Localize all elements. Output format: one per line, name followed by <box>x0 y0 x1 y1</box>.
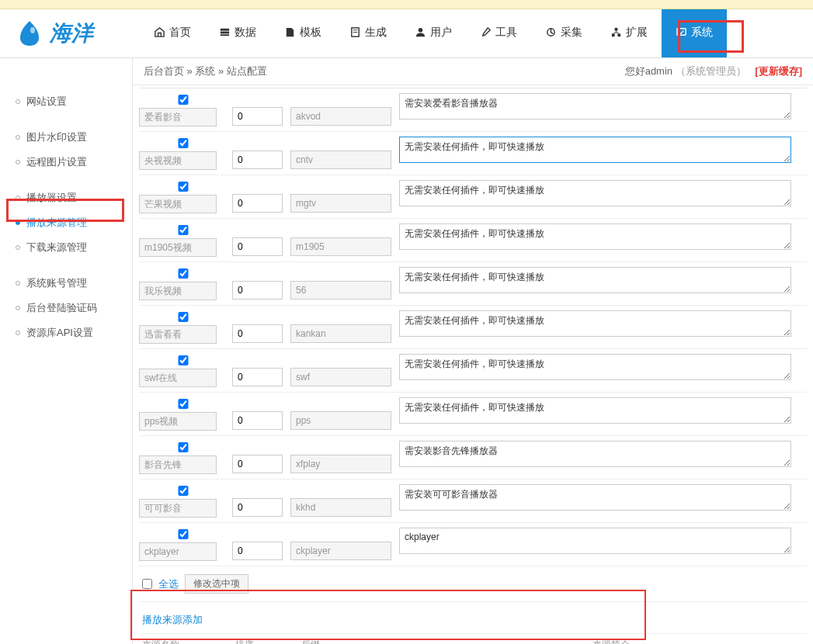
bullet-icon <box>16 245 20 250</box>
header: 海洋 首页数据模板生成用户工具采集扩展系统 <box>0 9 813 58</box>
nav-item-extend[interactable]: 扩展 <box>596 9 662 57</box>
desc-textarea[interactable]: 无需安装任何插件，即可快速播放 <box>399 354 791 380</box>
user-icon <box>415 26 426 38</box>
order-input[interactable] <box>232 324 283 343</box>
nav-item-system[interactable]: 系统 <box>662 9 727 57</box>
nav-item-data[interactable]: 数据 <box>205 9 270 57</box>
col-check <box>139 93 224 126</box>
nav-item-user[interactable]: 用户 <box>401 9 466 57</box>
select-all-checkbox[interactable] <box>142 579 152 589</box>
header-name: 来源名称 <box>142 639 228 644</box>
name-input[interactable] <box>139 412 217 431</box>
source-row: 需安装影音先锋播放器 <box>139 436 807 480</box>
col-check <box>139 354 224 387</box>
desc-textarea[interactable]: 无需安装任何插件，即可快速播放 <box>399 310 791 337</box>
name-input[interactable] <box>139 369 217 387</box>
suffix-input[interactable] <box>290 498 391 517</box>
order-input[interactable] <box>232 194 283 213</box>
content: 后台首页 » 系统 » 站点配置 您好admin （系统管理员） [更新缓存] … <box>132 58 813 644</box>
row-checkbox[interactable] <box>142 399 224 409</box>
suffix-input[interactable] <box>290 151 391 169</box>
row-checkbox[interactable] <box>142 225 224 235</box>
breadcrumb-link[interactable]: 系统 <box>195 65 215 77</box>
order-input[interactable] <box>232 368 283 386</box>
row-checkbox[interactable] <box>142 442 224 452</box>
sidebar-item[interactable]: 播放来源管理 <box>0 210 132 235</box>
sidebar-gap <box>0 260 132 271</box>
sidebar-label: 远程图片设置 <box>26 155 87 169</box>
name-input[interactable] <box>139 108 217 126</box>
name-input[interactable] <box>139 542 217 561</box>
order-input[interactable] <box>232 237 283 256</box>
order-input[interactable] <box>232 151 283 169</box>
suffix-input[interactable] <box>290 324 391 343</box>
sidebar-item[interactable]: 播放器设置 <box>0 185 132 210</box>
svg-line-14 <box>617 33 620 34</box>
nav-label: 生成 <box>365 26 387 40</box>
nav-item-generate[interactable]: 生成 <box>335 9 401 57</box>
header-order: 排序 <box>235 639 294 644</box>
suffix-input[interactable] <box>290 411 391 430</box>
desc-textarea[interactable]: ckplayer <box>399 528 791 554</box>
desc-textarea[interactable]: 需安装爱看影音播放器 <box>399 93 791 119</box>
suffix-input[interactable] <box>290 455 391 473</box>
modify-selected-button[interactable]: 修改选中项 <box>185 574 248 594</box>
sidebar-item[interactable]: 远程图片设置 <box>0 150 132 175</box>
suffix-input[interactable] <box>290 194 391 213</box>
nav-item-tool[interactable]: 工具 <box>466 9 531 57</box>
sidebar-item[interactable]: 下载来源管理 <box>0 235 132 260</box>
name-input[interactable] <box>139 499 217 518</box>
order-input[interactable] <box>232 542 283 560</box>
suffix-input[interactable] <box>290 107 391 126</box>
update-cache-link[interactable]: [更新缓存] <box>755 65 802 77</box>
name-input[interactable] <box>139 195 217 213</box>
suffix-input[interactable] <box>290 368 391 386</box>
row-checkbox[interactable] <box>142 529 224 539</box>
order-input[interactable] <box>232 107 283 126</box>
row-checkbox[interactable] <box>142 182 224 192</box>
bullet-icon <box>16 220 20 225</box>
desc-textarea[interactable]: 无需安装任何插件，即可快速播放 <box>399 267 791 293</box>
select-all-link[interactable]: 全选 <box>158 577 179 591</box>
suffix-input[interactable] <box>290 237 391 256</box>
desc-textarea[interactable]: 无需安装任何插件，即可快速播放 <box>399 137 791 163</box>
nav-label: 数据 <box>235 26 256 40</box>
suffix-input[interactable] <box>290 281 391 299</box>
breadcrumb-sep: » <box>215 65 226 77</box>
row-checkbox[interactable] <box>142 355 224 365</box>
row-checkbox[interactable] <box>142 312 224 322</box>
desc-textarea[interactable]: 无需安装任何插件，即可快速播放 <box>399 180 791 206</box>
order-input[interactable] <box>232 455 283 473</box>
name-input[interactable] <box>139 282 217 300</box>
row-checkbox[interactable] <box>142 268 224 279</box>
sidebar-item[interactable]: 网站设置 <box>0 89 132 114</box>
name-input[interactable] <box>139 151 217 170</box>
row-checkbox[interactable] <box>142 95 224 105</box>
sidebar-label: 资源库API设置 <box>26 326 93 340</box>
nav-item-template[interactable]: 模板 <box>270 9 335 57</box>
name-input[interactable] <box>139 455 217 474</box>
svg-rect-11 <box>617 33 620 36</box>
nav-item-home[interactable]: 首页 <box>140 9 205 57</box>
suffix-input[interactable] <box>290 542 391 560</box>
sidebar-item[interactable]: 系统账号管理 <box>0 271 132 296</box>
sidebar-item[interactable]: 图片水印设置 <box>0 125 132 150</box>
order-input[interactable] <box>232 498 283 517</box>
name-input[interactable] <box>139 325 217 344</box>
source-row: 无需安装任何插件，即可快速播放 <box>139 175 807 219</box>
row-checkbox[interactable] <box>142 486 224 496</box>
order-input[interactable] <box>232 411 283 430</box>
desc-textarea[interactable]: 无需安装任何插件，即可快速播放 <box>399 397 791 424</box>
nav-item-collect[interactable]: 采集 <box>531 9 596 57</box>
breadcrumb-link[interactable]: 后台首页 <box>144 65 184 77</box>
desc-textarea[interactable]: 无需安装任何插件，即可快速播放 <box>399 223 791 250</box>
desc-textarea[interactable]: 需安装可可影音播放器 <box>399 484 791 511</box>
sidebar-item[interactable]: 资源库API设置 <box>0 320 132 345</box>
col-check <box>139 528 224 561</box>
user-info: 您好admin （系统管理员） [更新缓存] <box>625 64 802 78</box>
name-input[interactable] <box>139 238 217 257</box>
sidebar-item[interactable]: 后台登陆验证码 <box>0 296 132 320</box>
desc-textarea[interactable]: 需安装影音先锋播放器 <box>399 441 791 467</box>
row-checkbox[interactable] <box>142 138 224 148</box>
order-input[interactable] <box>232 281 283 299</box>
